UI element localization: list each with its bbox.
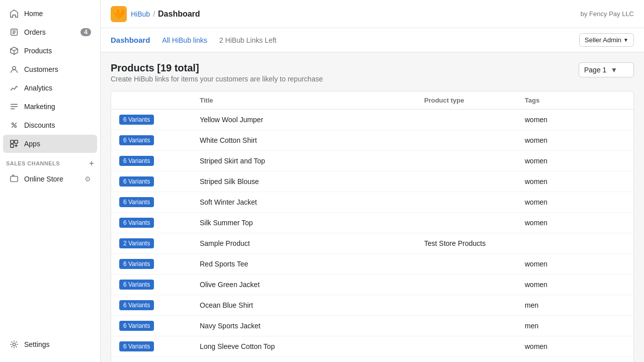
sidebar-bottom: Settings	[0, 331, 100, 362]
analytics-icon	[9, 83, 19, 93]
variant-badge[interactable]: 2 Variants	[119, 238, 154, 248]
variant-badge[interactable]: 6 Variants	[119, 156, 154, 166]
sidebar-item-home-label: Home	[24, 10, 91, 18]
breadcrumb: HiBub / Dashboard	[131, 10, 200, 19]
title-cell: White Cotton Shirt	[200, 136, 424, 144]
table-header: Title Product type Tags	[111, 92, 633, 110]
title-cell: Olive Green Jacket	[200, 281, 424, 289]
variant-cell: 6 Variants	[119, 135, 200, 145]
title-cell: Navy Sports Jacket	[200, 322, 424, 330]
variant-cell: 6 Variants	[119, 341, 200, 351]
svg-point-8	[13, 343, 15, 345]
orders-badge: 4	[80, 28, 91, 36]
variant-badge[interactable]: 6 Variants	[119, 115, 154, 125]
tags-cell: women	[525, 281, 625, 289]
sidebar-item-home[interactable]: Home	[3, 5, 97, 23]
sidebar-item-marketing-label: Marketing	[24, 103, 91, 111]
settings-icon	[9, 339, 19, 349]
tags-cell: women	[525, 116, 625, 124]
products-table: Title Product type Tags 6 Variants Yello…	[111, 91, 634, 362]
tags-cell: women	[525, 198, 625, 206]
sidebar-item-orders[interactable]: Orders 4	[3, 23, 97, 41]
variant-cell: 6 Variants	[119, 156, 200, 166]
sidebar-item-discounts[interactable]: Discounts	[3, 116, 97, 134]
topbar: 🧡 HiBub / Dashboard by Fency Pay LLC	[101, 0, 644, 28]
sidebar-item-products[interactable]: Products	[3, 42, 97, 60]
breadcrumb-app-name[interactable]: HiBub	[131, 10, 150, 18]
seller-admin-button[interactable]: Seller Admin ▼	[579, 33, 634, 47]
title-cell: Ocean Blue Shirt	[200, 301, 424, 309]
dash-right: Seller Admin ▼	[579, 33, 634, 47]
title-cell: Sample Product	[200, 239, 424, 247]
tags-cell: women	[525, 136, 625, 144]
chevron-down-icon: ▼	[610, 66, 617, 74]
variant-cell: 6 Variants	[119, 115, 200, 125]
by-label: by Fency Pay LLC	[581, 10, 634, 18]
svg-point-1	[13, 66, 16, 69]
table-row: 6 Variants Striped Silk Blouse women	[111, 171, 633, 192]
col-header-title: Title	[200, 97, 424, 104]
topbar-left: 🧡 HiBub / Dashboard	[111, 6, 200, 22]
sales-channels-section: SALES CHANNELS +	[0, 153, 100, 169]
variant-badge[interactable]: 6 Variants	[119, 259, 154, 269]
hibub-links-left: 2 HiBub Links Left	[219, 36, 277, 44]
sales-channels-label: SALES CHANNELS	[6, 160, 60, 166]
online-store-icon	[9, 174, 19, 184]
sidebar-item-products-label: Products	[24, 47, 91, 55]
variant-badge[interactable]: 6 Variants	[119, 321, 154, 331]
page-label: Page 1	[584, 66, 606, 74]
products-title: Products [19 total]	[111, 62, 323, 74]
products-header: Products [19 total] Create HiBub links f…	[111, 62, 634, 83]
table-row: 6 Variants Olive Green Jacket women	[111, 275, 633, 295]
tags-cell: men	[525, 301, 625, 309]
table-row: 6 Variants Long Sleeve Cotton Top women	[111, 336, 633, 357]
sidebar-item-apps[interactable]: Apps	[3, 135, 97, 153]
tags-cell: women	[525, 157, 625, 165]
variant-badge[interactable]: 6 Variants	[119, 176, 154, 187]
variant-cell: 6 Variants	[119, 321, 200, 331]
add-sales-channel-button[interactable]: +	[89, 159, 94, 167]
sidebar-item-settings[interactable]: Settings	[3, 335, 97, 353]
main-content: 🧡 HiBub / Dashboard by Fency Pay LLC Das…	[101, 0, 644, 362]
sidebar-item-marketing[interactable]: Marketing	[3, 98, 97, 116]
products-subtitle: Create HiBub links for items your custom…	[111, 75, 323, 83]
table-row: 6 Variants Silk Summer Top women	[111, 213, 633, 233]
variant-badge[interactable]: 6 Variants	[119, 218, 154, 228]
marketing-icon	[9, 102, 19, 112]
variant-cell: 6 Variants	[119, 218, 200, 228]
title-cell: Striped Silk Blouse	[200, 177, 424, 186]
col-header-product-type: Product type	[424, 97, 525, 104]
sidebar-item-discounts-label: Discounts	[24, 121, 91, 129]
svg-point-2	[12, 123, 14, 125]
table-row: 6 Variants Navy Sports Jacket men	[111, 316, 633, 336]
svg-rect-5	[15, 140, 18, 143]
variant-cell: 6 Variants	[119, 280, 200, 290]
sidebar-item-online-store[interactable]: Online Store ⚙	[3, 170, 97, 188]
sidebar-item-online-store-label: Online Store	[24, 175, 79, 183]
variant-badge[interactable]: 6 Variants	[119, 341, 154, 351]
title-cell: Yellow Wool Jumper	[200, 116, 424, 124]
page-selector[interactable]: Page 1 ▼	[579, 62, 634, 77]
discounts-icon	[9, 120, 19, 130]
table-row: 2 Variants Sample Product Test Store Pro…	[111, 233, 633, 254]
table-row: 6 Variants White Cotton Shirt women	[111, 130, 633, 151]
variant-cell: 2 Variants	[119, 238, 200, 248]
all-hibub-links[interactable]: All HiBub links	[162, 36, 207, 44]
tags-cell: men	[525, 322, 625, 330]
topbar-right: by Fency Pay LLC	[581, 10, 634, 18]
svg-rect-4	[11, 140, 14, 143]
variant-badge[interactable]: 6 Variants	[119, 300, 154, 310]
dashboard-title[interactable]: Dashboard	[111, 36, 150, 44]
sidebar-item-customers[interactable]: Customers	[3, 60, 97, 78]
variant-badge[interactable]: 6 Variants	[119, 280, 154, 290]
sidebar: Home Orders 4 Products Customers A	[0, 0, 101, 362]
table-row: 6 Variants Striped Skirt and Top women	[111, 151, 633, 171]
variant-badge[interactable]: 6 Variants	[119, 197, 154, 207]
variant-badge[interactable]: 6 Variants	[119, 135, 154, 145]
table-row: 6 Variants Ocean Blue Shirt men	[111, 295, 633, 316]
content-area: Products [19 total] Create HiBub links f…	[101, 52, 644, 362]
tags-cell: women	[525, 177, 625, 186]
title-cell: Soft Winter Jacket	[200, 198, 424, 206]
online-store-settings-icon[interactable]: ⚙	[85, 175, 91, 183]
sidebar-item-analytics[interactable]: Analytics	[3, 79, 97, 97]
